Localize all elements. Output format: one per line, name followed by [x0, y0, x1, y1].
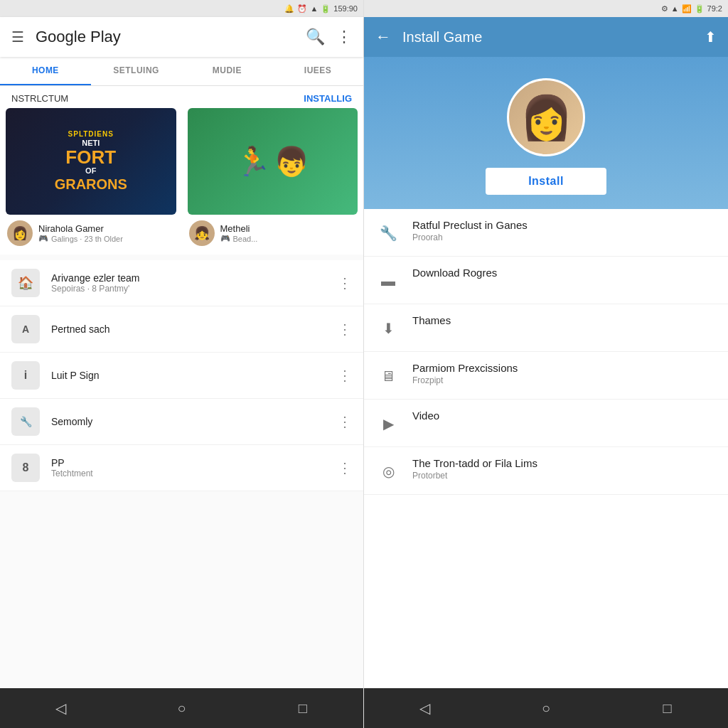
right-list-item-2[interactable]: ⬇ Thames	[364, 304, 728, 352]
list-item-4[interactable]: 8 PP Tetchtment ⋮	[0, 445, 363, 491]
list-item-name-1: Pertned sach	[51, 323, 326, 335]
right-list-item-4[interactable]: ▶ Video	[364, 400, 728, 447]
home-button-left[interactable]: ○	[160, 694, 203, 722]
right-list-item-1[interactable]: ▬ Download Rogres	[364, 257, 728, 304]
list-item-0[interactable]: 🏠 Arivange ezler team Sepoiras · 8 Pantm…	[0, 260, 363, 306]
game-meta-1: Metheli 🎮 Bead...	[220, 223, 357, 243]
right-icon-4: ▶	[375, 411, 401, 437]
more-options-button[interactable]: ⋮	[336, 28, 352, 46]
right-item-name-1: Download Rogres	[412, 267, 717, 279]
right-list-text-5: The Tron-tadd or Fila Lims Protorbet	[412, 457, 717, 481]
install-button[interactable]: Install	[486, 168, 606, 195]
right-icon-2: ⬇	[375, 316, 401, 341]
right-list-text-0: Ratful Preclust in Ganes Proorah	[412, 219, 717, 242]
list-item-name-0: Arivange ezler team	[51, 272, 326, 284]
back-button-right[interactable]: ◁	[403, 694, 446, 722]
right-item-name-5: The Tron-tadd or Fila Lims	[412, 457, 717, 469]
list-item-3[interactable]: 🔧 Semomly ⋮	[0, 399, 363, 445]
list-icon-0: 🏠	[11, 269, 40, 297]
recent-button-left[interactable]: □	[282, 694, 324, 722]
game-banner-0: SPLTDIENS NETI FORT OF GRARONS	[6, 108, 176, 215]
tab-iuees[interactable]: IUEES	[272, 57, 363, 85]
back-button-left[interactable]: ◁	[39, 694, 82, 722]
right-item-name-4: Video	[412, 410, 717, 422]
left-tabs: HOME SETLUING MUDIE IUEES	[0, 57, 363, 86]
game-card-0[interactable]: SPLTDIENS NETI FORT OF GRARONS 👩 Nirahol…	[0, 108, 182, 246]
right-item-name-0: Ratful Preclust in Ganes	[412, 219, 717, 231]
list-more-0[interactable]: ⋮	[338, 274, 352, 291]
list-icon-4: 8	[11, 454, 40, 482]
hamburger-icon[interactable]: ☰	[11, 28, 24, 46]
right-status-bar: ⚙ ▲ 📶 🔋 79:2	[364, 0, 728, 17]
back-button[interactable]: ←	[375, 28, 391, 46]
tab-mudie[interactable]: MUDIE	[182, 57, 273, 85]
tab-setluing[interactable]: SETLUING	[91, 57, 182, 85]
section-header: NSTRLCTUM INSTALLIG	[0, 86, 363, 108]
list-item-text-3: Semomly	[51, 416, 326, 427]
right-icon-5: ◎	[375, 459, 401, 484]
share-button[interactable]: ⬆	[705, 28, 717, 46]
game-controller-icon: 🎮	[38, 234, 48, 243]
list-more-2[interactable]: ⋮	[338, 367, 352, 384]
list-item-text-4: PP Tetchtment	[51, 457, 326, 478]
game-banner-1: 🏃 👦	[188, 108, 358, 215]
game-card-1[interactable]: 🏃 👦 👧 Metheli 🎮 Bead...	[182, 108, 364, 246]
list-item-2[interactable]: i Luit P Sign ⋮	[0, 353, 363, 399]
game-hero: 👩 Install	[364, 57, 728, 209]
left-panel: 🔔 ⏰ ▲ 🔋 159:90 ☰ Google Play 🔍 ⋮ HOME SE…	[0, 0, 364, 728]
char-2-icon: 👦	[274, 145, 309, 178]
list-more-1[interactable]: ⋮	[338, 321, 352, 338]
char-1-icon: 🏃	[235, 145, 271, 178]
char-figure: 🏃 👦	[228, 138, 316, 186]
hero-avatar-image: 👩	[520, 92, 573, 143]
left-status-icons: 🔔 ⏰ ▲ 🔋 159:90	[284, 4, 358, 14]
left-toolbar: ☰ Google Play 🔍 ⋮	[0, 17, 363, 57]
right-icon-3: 🖥	[375, 363, 401, 389]
list-icon-2: i	[11, 361, 40, 390]
list-item-name-2: Luit P Sign	[51, 370, 326, 381]
list-more-3[interactable]: ⋮	[338, 413, 352, 430]
right-status-icons: ⚙ ▲ 📶 🔋 79:2	[661, 4, 722, 14]
toolbar-actions: 🔍 ⋮	[306, 28, 352, 46]
right-item-name-3: Parmiom Prexcissions	[412, 362, 717, 374]
list-item-sub-4: Tetchtment	[51, 469, 326, 478]
right-item-sub-3: Frozpipt	[412, 375, 717, 385]
left-bottom-nav: ◁ ○ □	[0, 688, 363, 728]
right-list-text-2: Thames	[412, 314, 717, 326]
list-more-4[interactable]: ⋮	[338, 459, 352, 476]
list-item-1[interactable]: A Pertned sach ⋮	[0, 306, 363, 353]
right-toolbar: ← Install Game ⬆	[364, 17, 728, 57]
left-content: NSTRLCTUM INSTALLIG SPLTDIENS NETI FORT …	[0, 86, 363, 688]
right-item-name-2: Thames	[412, 314, 717, 326]
install-game-title: Install Game	[402, 29, 693, 46]
right-content: 🔧 Ratful Preclust in Ganes Proorah ▬ Dow…	[364, 209, 728, 688]
right-icon-0: 🔧	[375, 220, 401, 246]
hero-avatar: 👩	[507, 78, 585, 156]
game-info-0: 👩 Nirahola Gamer 🎮 Galings · 23 th Older	[6, 220, 176, 246]
section-action-button[interactable]: INSTALLIG	[304, 93, 352, 104]
list-items: 🏠 Arivange ezler team Sepoiras · 8 Pantm…	[0, 260, 363, 491]
recent-button-right[interactable]: □	[646, 694, 689, 722]
list-item-text-2: Luit P Sign	[51, 370, 326, 381]
right-list-item-3[interactable]: 🖥 Parmiom Prexcissions Frozpipt	[364, 352, 728, 400]
fort-title-main: FORT	[55, 148, 127, 166]
home-button-right[interactable]: ○	[525, 694, 567, 722]
wifi-icon: ▲	[310, 4, 318, 13]
right-item-sub-5: Protorbet	[412, 471, 717, 481]
right-list-item-5[interactable]: ◎ The Tron-tadd or Fila Lims Protorbet	[364, 447, 728, 495]
fort-title-bot: GRARONS	[55, 176, 127, 193]
right-list-item-0[interactable]: 🔧 Ratful Preclust in Ganes Proorah	[364, 209, 728, 257]
right-list-text-4: Video	[412, 410, 717, 422]
game-avatar-0: 👩	[7, 220, 33, 246]
right-item-sub-0: Proorah	[412, 232, 717, 242]
app-title: Google Play	[36, 28, 294, 46]
tab-home[interactable]: HOME	[0, 57, 91, 85]
game-avatar-1: 👧	[189, 220, 215, 246]
network-icon: ▲	[671, 4, 679, 13]
games-row: SPLTDIENS NETI FORT OF GRARONS 👩 Nirahol…	[0, 108, 363, 255]
game-name-1: Metheli	[220, 223, 357, 234]
list-item-name-4: PP	[51, 457, 326, 469]
search-button[interactable]: 🔍	[306, 28, 325, 46]
banner-text-fort: SPLTDIENS NETI FORT OF GRARONS	[55, 130, 127, 193]
battery-icon: 🔋	[321, 4, 331, 14]
